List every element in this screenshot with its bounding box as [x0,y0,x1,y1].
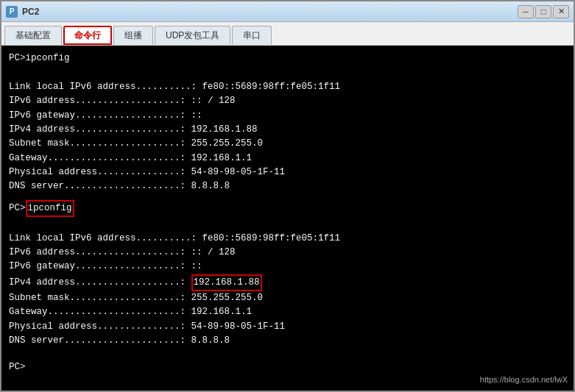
final-prompt: PC> [9,360,566,374]
info-dns-2: DNS server.....................: 8.8.8.8 [9,334,566,348]
info-ipv4-1: IPv4 address...................: 192.168… [9,123,566,137]
window-icon: P [6,6,18,18]
title-bar: P PC2 ─ □ ✕ [1,1,574,22]
info-subnet-2: Subnet mask....................: 255.255… [9,291,566,305]
prompt-1: PC> [9,53,26,63]
cmd-block-1: PC>ipconfig [9,51,566,65]
info-ipv6-addr-1: IPv6 address...................: :: / 12… [9,94,566,108]
title-controls: ─ □ ✕ [518,5,569,18]
terminal-area[interactable]: PC>ipconfig Link local IPv6 address.....… [1,46,574,391]
tab-group[interactable]: 组播 [113,26,153,45]
gap-1 [9,194,566,200]
gap-2 [9,349,566,354]
cmd-text-2-highlighted: ipconfig [26,200,74,217]
tab-bar: 基础配置 命令行 组播 UDP发包工具 串口 [1,22,574,46]
cmd-block-2: PC>ipconfig [9,200,566,217]
info-ipv6-gw-1: IPv6 gateway...................: :: [9,109,566,123]
gap-3 [9,354,566,360]
info-empty-1 [9,65,566,79]
prompt-2: PC> [9,203,26,213]
info-empty-2 [9,217,566,231]
info-ipv6-gw-2: IPv6 gateway...................: :: [9,260,566,274]
info-ipv6-link-1: Link local IPv6 address..........: fe80:… [9,80,566,94]
watermark: https://blog.csdn.net/lwX [480,374,568,386]
info-gw-2: Gateway........................: 192.168… [9,305,566,319]
tab-cmd[interactable]: 命令行 [63,26,112,45]
minimize-button[interactable]: ─ [518,5,534,18]
maximize-button[interactable]: □ [535,5,551,18]
info-ipv6-link-2: Link local IPv6 address..........: fe80:… [9,232,566,246]
close-button[interactable]: ✕ [553,5,569,18]
info-gw-1: Gateway........................: 192.168… [9,152,566,165]
info-physical-1: Physical address...............: 54-89-9… [9,165,566,179]
info-subnet-1: Subnet mask....................: 255.255… [9,137,566,151]
info-ipv4-2: IPv4 address...................: 192.168… [9,274,566,291]
title-bar-left: P PC2 [6,6,39,18]
info-ipv6-addr-2: IPv6 address...................: :: / 12… [9,246,566,260]
cmd-text-1: ipconfig [26,53,70,63]
info-dns-1: DNS server.....................: 8.8.8.8 [9,179,566,193]
info-physical-2: Physical address...............: 54-89-9… [9,320,566,334]
final-prompt-text: PC> [9,362,26,372]
window-title: PC2 [22,7,39,17]
tab-serial[interactable]: 串口 [232,26,272,45]
tab-udp[interactable]: UDP发包工具 [155,26,230,45]
ipv4-value-highlighted: 192.168.1.88 [191,274,262,291]
tab-basic[interactable]: 基础配置 [4,26,62,45]
main-window: P PC2 ─ □ ✕ 基础配置 命令行 组播 UDP发包工具 串口 PC>ip… [0,0,575,392]
